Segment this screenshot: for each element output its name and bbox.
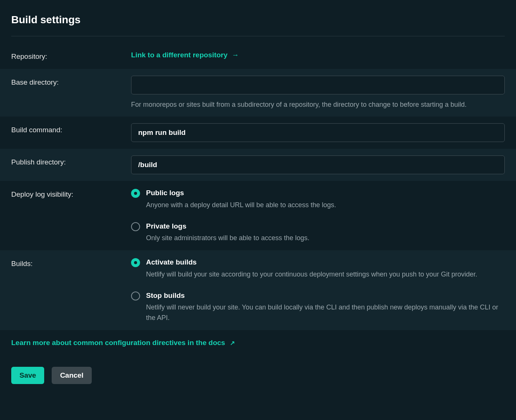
label-publish-directory: Publish directory: [11, 155, 131, 174]
link-different-repository-text: Link to a different repository [131, 51, 228, 59]
radio-indicator-icon [131, 258, 140, 267]
link-different-repository[interactable]: Link to a different repository → [131, 51, 239, 59]
label-base-directory: Base directory: [11, 76, 131, 110]
page-title: Build settings [11, 12, 505, 36]
cancel-button[interactable]: Cancel [52, 367, 91, 384]
radio-stop-builds[interactable]: Stop builds Netlify will never build you… [131, 290, 505, 323]
build-command-input[interactable] [131, 123, 505, 142]
save-button[interactable]: Save [11, 367, 44, 384]
row-publish-directory: Publish directory: [0, 149, 516, 181]
radio-indicator-icon [131, 222, 140, 231]
radio-stop-builds-title: Stop builds [146, 290, 505, 301]
radio-public-logs[interactable]: Public logs Anyone with a deploy detail … [131, 188, 505, 210]
external-link-icon: ↗ [230, 340, 235, 346]
link-docs[interactable]: Learn more about common configuration di… [11, 339, 235, 347]
row-builds: Builds: Activate builds Netlify will bui… [0, 250, 516, 330]
radio-stop-builds-desc: Netlify will never build your site. You … [146, 302, 505, 323]
radio-activate-builds[interactable]: Activate builds Netlify will build your … [131, 257, 505, 280]
radio-private-logs-title: Private logs [146, 221, 505, 232]
help-base-directory: For monorepos or sites built from a subd… [131, 100, 505, 110]
link-docs-text: Learn more about common configuration di… [11, 339, 225, 347]
row-repository: Repository: Link to a different reposito… [11, 43, 505, 69]
radio-indicator-icon [131, 189, 140, 198]
label-repository: Repository: [11, 50, 131, 62]
radio-private-logs[interactable]: Private logs Only site administrators wi… [131, 221, 505, 244]
radio-public-logs-title: Public logs [146, 188, 505, 199]
radio-activate-builds-desc: Netlify will build your site according t… [146, 269, 505, 280]
arrow-right-icon: → [232, 51, 239, 59]
radio-public-logs-desc: Anyone with a deploy detail URL will be … [146, 200, 505, 211]
label-deploy-log-visibility: Deploy log visibility: [11, 188, 131, 244]
label-builds: Builds: [11, 257, 131, 323]
radio-activate-builds-title: Activate builds [146, 257, 505, 268]
row-deploy-log-visibility: Deploy log visibility: Public logs Anyon… [11, 181, 505, 250]
publish-directory-input[interactable] [131, 155, 505, 174]
radio-private-logs-desc: Only site administrators will be able to… [146, 233, 505, 244]
row-base-directory: Base directory: For monorepos or sites b… [0, 69, 516, 117]
label-build-command: Build command: [11, 123, 131, 142]
radio-indicator-icon [131, 291, 140, 300]
base-directory-input[interactable] [131, 76, 505, 94]
row-build-command: Build command: [11, 117, 505, 149]
